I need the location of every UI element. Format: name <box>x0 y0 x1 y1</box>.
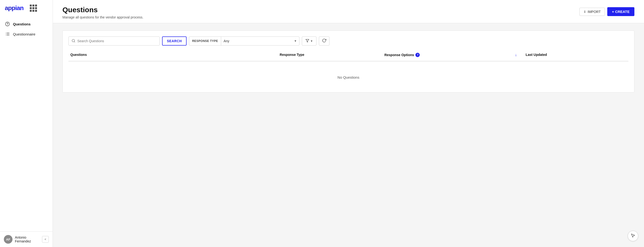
sidebar-collapse-button[interactable]: < <box>42 236 49 243</box>
table-header: Questions Response Type Response Options… <box>68 51 628 61</box>
response-options-info-icon[interactable]: ? <box>416 53 420 57</box>
appian-logo-text: appian <box>5 4 24 12</box>
response-type-filter: RESPONSE TYPE Any Text Number Date Yes/N… <box>189 36 300 45</box>
chevron-down-icon: ▼ <box>292 39 299 43</box>
svg-marker-10 <box>306 39 309 42</box>
page-title: Questions <box>62 6 143 14</box>
list-icon <box>5 31 10 37</box>
create-button[interactable]: + CREATE <box>607 7 634 16</box>
help-button[interactable] <box>628 231 638 241</box>
sidebar-item-questionnaire[interactable]: Questionnaire <box>0 29 52 39</box>
sidebar-footer: AF Antonio Fernandez < <box>0 232 52 247</box>
filter-icon <box>306 39 309 43</box>
content-area: SEARCH RESPONSE TYPE Any Text Number Dat… <box>53 23 644 100</box>
sidebar-item-questions-label: Questions <box>13 22 30 26</box>
grid-icon[interactable] <box>30 4 37 12</box>
sidebar-nav: Questions Questionnaire <box>0 14 52 232</box>
main-content: Questions Manage all questions for the v… <box>53 0 644 247</box>
sidebar: appian Questions <box>0 0 53 247</box>
search-icon <box>72 39 76 43</box>
sidebar-item-questionnaire-label: Questionnaire <box>13 32 35 36</box>
filter-caret: ▼ <box>310 39 313 42</box>
empty-state: No Questions <box>68 63 628 87</box>
response-type-select[interactable]: Any Text Number Date Yes/No Multiple Cho… <box>221 37 292 45</box>
import-button[interactable]: ⇓ IMPORT <box>580 8 604 16</box>
logo-area: appian <box>0 0 52 14</box>
page-subtitle: Manage all questions for the vendor appr… <box>62 15 143 19</box>
col-header-sort[interactable]: ↓ <box>508 51 524 58</box>
main-card: SEARCH RESPONSE TYPE Any Text Number Dat… <box>62 30 634 93</box>
col-header-last-updated: Last Updated <box>524 51 628 58</box>
search-row: SEARCH RESPONSE TYPE Any Text Number Dat… <box>68 36 628 45</box>
header-actions: ⇓ IMPORT + CREATE <box>580 7 634 16</box>
sidebar-item-questions[interactable]: Questions <box>0 19 52 29</box>
page-header: Questions Manage all questions for the v… <box>53 0 644 23</box>
page-title-area: Questions Manage all questions for the v… <box>62 6 143 19</box>
search-button[interactable]: SEARCH <box>162 36 186 45</box>
refresh-icon <box>322 38 326 44</box>
user-name: Antonio Fernandez <box>15 236 40 243</box>
refresh-button[interactable] <box>319 36 330 45</box>
search-input-wrap <box>68 36 160 45</box>
search-input[interactable] <box>77 39 156 43</box>
svg-line-9 <box>74 41 75 42</box>
col-header-response-options: Response Options ? <box>382 51 508 58</box>
cursor-icon <box>630 233 635 239</box>
col-header-questions: Questions <box>68 51 278 58</box>
response-type-label: RESPONSE TYPE <box>189 37 221 45</box>
user-avatar: AF <box>4 235 12 244</box>
col-header-response-type: Response Type <box>278 51 382 58</box>
appian-logo: appian <box>5 4 24 12</box>
circle-question-icon <box>5 21 10 27</box>
import-icon: ⇓ <box>584 10 586 13</box>
filter-button[interactable]: ▼ <box>302 36 316 45</box>
